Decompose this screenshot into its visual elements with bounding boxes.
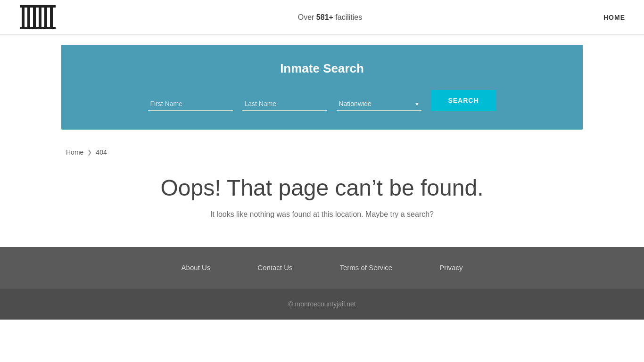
search-button[interactable]: SEARCH [431,90,495,111]
home-nav-link[interactable]: HOME [603,14,625,21]
last-name-input[interactable] [242,97,327,111]
main-content: Oops! That page can’t be found. It looks… [0,161,644,247]
footer-copyright: © monroecountyjail.net [0,288,644,320]
logo-area[interactable] [19,4,57,30]
location-select[interactable]: Nationwide Alabama Alaska Arizona Califo… [337,97,421,111]
breadcrumb-separator: ❯ [87,149,92,156]
breadcrumb-home-link[interactable]: Home [66,148,83,156]
svg-rect-5 [33,8,36,27]
footer: About Us Contact Us Terms of Service Pri… [0,247,644,320]
svg-rect-7 [44,8,47,27]
svg-rect-6 [39,8,41,27]
svg-rect-1 [20,5,56,8]
breadcrumb: Home ❯ 404 [0,139,644,161]
facilities-count: Over 581+ facilities [298,13,363,22]
location-select-wrapper: Nationwide Alabama Alaska Arizona Califo… [337,97,421,111]
svg-rect-2 [20,27,56,29]
search-banner: Inmate Search Nationwide Alabama Alaska … [61,45,583,130]
footer-about-link[interactable]: About Us [182,263,211,272]
footer-links: About Us Contact Us Terms of Service Pri… [0,247,644,288]
search-title: Inmate Search [80,61,564,76]
first-name-input[interactable] [148,97,233,111]
footer-contact-link[interactable]: Contact Us [257,263,292,272]
svg-rect-8 [50,8,53,27]
breadcrumb-current: 404 [96,148,107,156]
error-subtitle: It looks like nothing was found at this … [19,210,625,219]
svg-rect-4 [27,8,30,27]
error-title: Oops! That page can’t be found. [19,175,625,201]
logo-icon [19,4,57,30]
footer-privacy-link[interactable]: Privacy [439,263,462,272]
site-header: Over 581+ facilities HOME [0,0,644,35]
footer-terms-link[interactable]: Terms of Service [340,263,393,272]
search-form: Nationwide Alabama Alaska Arizona Califo… [80,90,564,111]
svg-rect-3 [22,8,25,27]
